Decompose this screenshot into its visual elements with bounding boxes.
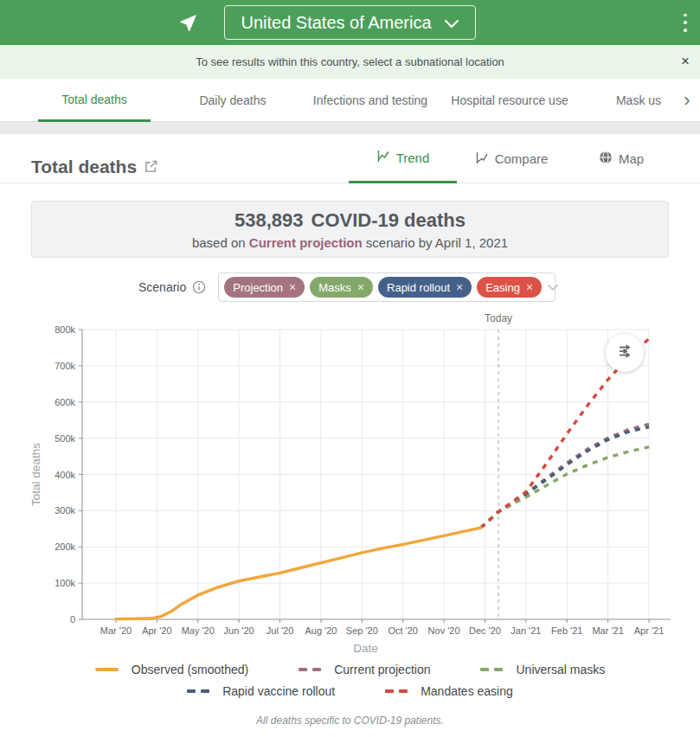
location-selector[interactable]: United States of America (224, 5, 475, 40)
chip-remove-icon[interactable]: × (357, 280, 364, 294)
info-icon[interactable] (192, 280, 206, 294)
deaths-count: 538,893 (234, 209, 304, 231)
svg-text:Oct '20: Oct '20 (388, 625, 418, 636)
summary-box: 538,893COVID-19 deaths based on Current … (31, 201, 669, 258)
chart-footnote: All deaths specific to COVID-19 patients… (0, 715, 700, 727)
svg-text:0: 0 (70, 614, 75, 625)
page-title-text: Total deaths (31, 157, 137, 177)
legend-label: Rapid vaccine rollout (222, 684, 335, 698)
series-observed-smoothed- (116, 528, 481, 619)
svg-text:May '20: May '20 (182, 625, 215, 636)
tab-total-deaths[interactable]: Total deaths (38, 79, 151, 122)
chip-remove-icon[interactable]: × (456, 280, 463, 294)
scenario-label: Scenario (138, 280, 186, 294)
svg-text:Mar '20: Mar '20 (100, 625, 132, 636)
legend-label: Current projection (334, 663, 430, 676)
svg-text:Nov '20: Nov '20 (428, 625, 460, 636)
legend-item-current-projection: Current projection (299, 663, 430, 676)
chart-options-button[interactable] (606, 334, 644, 372)
globe-icon (599, 151, 613, 167)
chip-label: Projection (233, 281, 283, 294)
legend-swatch-mandates-easing (385, 689, 408, 693)
series-rapid-vaccine-rollout (481, 427, 649, 528)
scenario-multiselect[interactable]: Projection× Masks× Rapid rollout× Easing… (218, 272, 556, 302)
legend-swatch-current-projection (299, 668, 321, 671)
svg-text:Dec '20: Dec '20 (469, 625, 501, 636)
chip-masks[interactable]: Masks× (310, 277, 373, 298)
scenario-picker-row: Scenario Projection× Masks× Rapid rollou… (138, 272, 556, 303)
chip-remove-icon[interactable]: × (526, 280, 533, 294)
svg-text:300k: 300k (55, 505, 75, 516)
close-icon[interactable]: × (676, 52, 695, 71)
chevron-down-icon (444, 13, 459, 33)
deaths-headline: 538,893COVID-19 deaths (32, 209, 668, 232)
today-label: Today (485, 312, 512, 324)
chip-remove-icon[interactable]: × (289, 280, 296, 294)
chip-projection[interactable]: Projection× (224, 277, 305, 298)
legend-swatch-observed (95, 668, 119, 672)
chip-label: Masks (318, 281, 351, 294)
svg-text:Mar '21: Mar '21 (592, 625, 623, 636)
svg-text:Aug '20: Aug '20 (305, 625, 337, 636)
chip-label: Rapid rollout (387, 281, 450, 294)
svg-text:Jan '21: Jan '21 (511, 625, 541, 636)
chevron-down-icon[interactable] (547, 284, 559, 292)
svg-text:Feb '21: Feb '21 (551, 625, 582, 636)
tab-infections-and-testing[interactable]: Infections and testing (301, 79, 440, 122)
axes (79, 330, 671, 623)
svg-text:700k: 700k (55, 361, 75, 371)
svg-text:100k: 100k (55, 578, 75, 588)
tab-map[interactable]: Map (587, 134, 656, 183)
tab-scroll-right-icon[interactable]: › (676, 79, 698, 122)
legend-row: Observed (smoothed) Current projection U… (70, 663, 630, 676)
chip-label: Easing (485, 281, 520, 294)
series-universal-masks (481, 447, 649, 528)
tab-compare-label: Compare (495, 151, 549, 166)
legend-label: Universal masks (516, 663, 605, 676)
subline-suffix: scenario by April 1, 2021 (366, 235, 508, 250)
legend-item-universal-masks: Universal masks (480, 663, 605, 676)
tab-compare[interactable]: Compare (460, 134, 562, 183)
legend-label: Observed (smoothed) (132, 663, 248, 676)
svg-text:600k: 600k (55, 397, 75, 407)
legend-swatch-rapid-vaccine-rollout (187, 689, 209, 693)
legend-label: Mandates easing (421, 684, 513, 698)
deaths-count-suffix: COVID-19 deaths (311, 209, 466, 231)
banner-message: To see results within this country, sele… (196, 55, 504, 68)
scenario-name-highlight: Current projection (249, 235, 363, 250)
svg-text:800k: 800k (55, 324, 75, 335)
legend-item-observed: Observed (smoothed) (95, 663, 248, 676)
location-name: United States of America (241, 13, 431, 33)
overflow-menu-button[interactable] (678, 11, 693, 34)
page-title: Total deaths (31, 157, 157, 177)
tab-trend[interactable]: Trend (349, 134, 457, 183)
compare-chart-icon (475, 151, 489, 167)
tab-daily-deaths[interactable]: Daily deaths (173, 79, 292, 122)
sliders-icon (616, 343, 633, 363)
trend-chart-icon (376, 150, 390, 165)
x-axis-title: Date (353, 642, 378, 655)
svg-text:Jul '20: Jul '20 (267, 625, 293, 636)
subline-prefix: based on (192, 235, 246, 250)
tab-map-label: Map (619, 151, 644, 166)
tick-labels: 0100k200k300k400k500k600k700k800kMar '20… (55, 324, 664, 636)
subnational-banner: To see results within this country, sele… (0, 45, 700, 79)
tab-hospital-resource-use[interactable]: Hospital resource use (440, 79, 579, 122)
svg-text:Jun '20: Jun '20 (224, 625, 254, 636)
app-header: United States of America (0, 0, 700, 45)
svg-text:Sep '20: Sep '20 (346, 625, 378, 636)
page-background-strip (0, 122, 700, 134)
svg-text:Apr '20: Apr '20 (142, 625, 172, 636)
trend-chart: 0100k200k300k400k500k600k700k800kMar '20… (0, 307, 700, 663)
app-root: United States of America To see results … (0, 0, 700, 737)
legend-item-mandates-easing: Mandates easing (385, 684, 513, 698)
chip-rapid-rollout[interactable]: Rapid rollout× (378, 277, 472, 298)
legend-swatch-universal-masks (480, 668, 503, 671)
svg-text:200k: 200k (55, 542, 75, 552)
metric-tab-bar: Total deaths Daily deaths Infections and… (0, 79, 700, 122)
tab-mask-use[interactable]: Mask us (610, 79, 667, 122)
deaths-subline: based on Current projection scenario by … (32, 235, 668, 250)
edit-icon[interactable] (144, 157, 157, 177)
chip-easing[interactable]: Easing× (477, 277, 542, 298)
location-arrow-icon (178, 13, 198, 36)
